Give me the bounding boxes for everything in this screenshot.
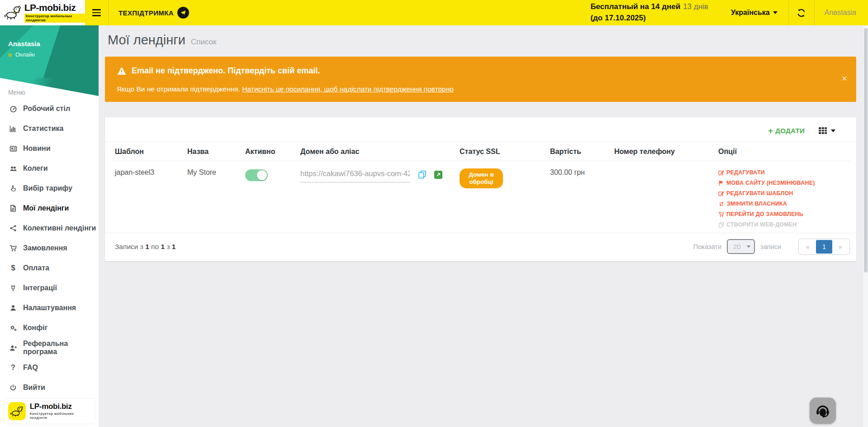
col-header-price: Вартість	[546, 142, 611, 161]
sidebar-footer-logo[interactable]: LP-mobi.biz Конструктор мобільних лендін…	[5, 399, 94, 423]
table-columns-button[interactable]	[818, 127, 835, 134]
trial-plan-info: Бесплатный на 14 дней13 днів (до 17.10.2…	[590, 0, 720, 25]
content-area: Мої лендінги Список Email не підтверджен…	[99, 25, 868, 427]
sidebar-item-collective-landings[interactable]: Колективні лендінги	[0, 218, 99, 238]
dog-mascot-icon	[4, 4, 22, 21]
sidebar-toggle-button[interactable]	[85, 0, 108, 25]
open-site-button[interactable]	[434, 171, 442, 179]
brand-title: LP-mobi.biz	[24, 3, 85, 12]
footer-brand-subtitle: Конструктор мобільних лендінгів	[30, 412, 90, 420]
table-header-row: Шаблон Назва Активно Домен або аліас Ста…	[111, 142, 850, 161]
active-toggle[interactable]	[245, 169, 268, 181]
power-icon	[8, 384, 18, 391]
pagination-next-button[interactable]: »	[832, 240, 849, 254]
sidebar-item-statistics[interactable]: Статистика	[0, 119, 99, 139]
alert-title-text: Email не підтверджено. Підтвердіть свій …	[132, 66, 320, 76]
vertical-scrollbar[interactable]	[863, 25, 868, 427]
header-username: Anastasia	[825, 9, 856, 17]
dog-mascot-icon	[8, 402, 26, 420]
sidebar-item-integrations[interactable]: Інтеграції	[0, 278, 99, 298]
plug-icon	[8, 284, 18, 292]
stats-icon	[8, 125, 18, 132]
support-chat-widget[interactable]	[810, 398, 836, 424]
scrollbar-thumb[interactable]	[864, 28, 868, 273]
headset-icon	[815, 403, 831, 419]
add-landing-button[interactable]: + ДОДАТИ	[768, 126, 805, 135]
user-profile-panel: Anastasia Онлайн	[0, 25, 99, 78]
page-title: Мої лендінги	[108, 33, 185, 48]
sidebar-item-payment[interactable]: $ Оплата	[0, 258, 99, 278]
copy-icon[interactable]	[418, 170, 427, 179]
pagination-prev-button[interactable]: «	[800, 240, 816, 254]
edit-icon	[718, 191, 724, 197]
option-edit[interactable]: РЕДАГУВАТИ	[718, 169, 846, 176]
email-warning-banner: Email не підтверджено. Підтвердіть свій …	[105, 57, 856, 102]
brand-logo[interactable]: LP-mobi.biz Конструктор мобильных лендин…	[0, 0, 85, 25]
alert-body-text: Якщо Ви не отримали підтвердження.	[117, 85, 242, 93]
table-grid-icon	[818, 127, 827, 134]
resend-confirmation-link[interactable]: Натисніть це посилання, щоб надіслати пі…	[242, 85, 454, 93]
col-header-active: Активно	[242, 142, 297, 161]
trial-days-left: 13 днів	[683, 2, 708, 11]
col-header-phone: Номер телефону	[611, 142, 715, 161]
sidebar-item-tariff[interactable]: Вибір тарифу	[0, 178, 99, 198]
online-status-dot	[8, 53, 12, 57]
trial-until-date: (до 17.10.2025)	[590, 13, 708, 24]
landings-panel: + ДОДАТИ	[105, 117, 856, 261]
cell-price: 300.00 грн	[546, 161, 611, 233]
sidebar-item-logout[interactable]: Вийти	[0, 378, 99, 398]
clone-icon	[718, 222, 724, 228]
trial-plan-name: Бесплатный на 14 дней	[590, 2, 680, 11]
sidebar-item-news[interactable]: Новини	[0, 139, 99, 158]
option-change-owner[interactable]: ЗМІНИТИ ВЛАСНИКА	[718, 201, 846, 207]
pagination-page-1-button[interactable]: 1	[816, 240, 832, 254]
telegram-icon	[177, 7, 189, 19]
users-icon	[8, 165, 18, 173]
sidebar-item-colleagues[interactable]: Колеги	[0, 158, 99, 178]
col-header-domain: Домен або аліас	[297, 142, 456, 161]
language-selector[interactable]: Українська	[720, 0, 788, 25]
sidebar-item-orders[interactable]: Замовлення	[0, 238, 99, 258]
option-create-web-domain: СТВОРИТИ WEB-ДОМЕН	[718, 221, 846, 228]
user-menu[interactable]: Anastasia	[815, 0, 868, 25]
external-link-icon	[436, 172, 441, 177]
sidebar: Anastasia Онлайн Меню Робочий стіл Стати…	[0, 25, 99, 427]
hand-pointer-icon	[8, 185, 18, 192]
domain-input[interactable]	[300, 168, 410, 182]
sidebar-item-referral[interactable]: Реферальна програма	[0, 338, 99, 358]
brand-subtitle: Конструктор мобильных лендингов	[24, 14, 85, 23]
page-subtitle: Список	[191, 38, 217, 47]
sidebar-item-settings[interactable]: Налаштування	[0, 298, 99, 318]
tech-support-label: ТЕХПІДТРИМКА	[119, 9, 174, 17]
sidebar-item-dashboard[interactable]: Робочий стіл	[0, 99, 99, 119]
user-plus-icon	[8, 344, 18, 352]
top-navbar: LP-mobi.biz Конструктор мобильных лендин…	[0, 0, 868, 25]
sidebar-item-config[interactable]: Конфіг	[0, 318, 99, 338]
sidebar-item-faq[interactable]: ? FAQ	[0, 358, 99, 378]
tech-support-link[interactable]: ТЕХПІДТРИМКА	[109, 0, 199, 25]
col-header-template: Шаблон	[111, 142, 184, 161]
option-site-language[interactable]: МОВА САЙТУ (НЕЗМІНЮВАНЕ)	[718, 180, 846, 186]
table-row: japan-steel3 My Store	[111, 161, 850, 233]
news-icon	[8, 145, 18, 153]
refresh-icon	[797, 8, 806, 18]
chevron-down-icon	[773, 11, 778, 14]
landings-table: Шаблон Назва Активно Домен або аліас Ста…	[111, 142, 850, 233]
sidebar-item-my-landings[interactable]: Мої лендінги	[0, 198, 99, 218]
option-go-to-orders[interactable]: ПЕРЕЙТИ ДО ЗАМОВЛЕНЬ	[718, 211, 846, 217]
refresh-button[interactable]	[788, 0, 815, 25]
cell-name: My Store	[184, 161, 242, 233]
records-label: записи	[760, 243, 781, 250]
sidebar-username: Anastasia	[8, 40, 99, 48]
dollar-icon: $	[8, 264, 18, 273]
option-edit-template[interactable]: РЕДАГУВАТИ ШАБЛОН	[718, 190, 846, 197]
page-size-select[interactable]: 20	[727, 239, 755, 254]
language-icon	[718, 180, 724, 186]
show-label: Показати	[693, 243, 721, 250]
col-header-options: Опції	[715, 142, 850, 161]
share-icon	[8, 225, 18, 232]
cart-icon	[718, 211, 724, 217]
close-icon[interactable]: ×	[842, 74, 847, 83]
warning-icon	[117, 67, 127, 75]
language-label: Українська	[731, 9, 770, 17]
